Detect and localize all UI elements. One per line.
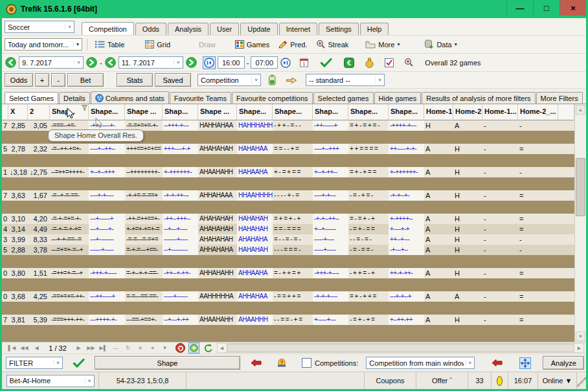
tab-columns-and-stats[interactable]: Columns and stats bbox=[91, 91, 169, 104]
arrow-right-green-icon[interactable] bbox=[185, 56, 198, 69]
game-row[interactable]: 73,631,67-=--+-=-==-----+-+-----+-+=-=-=… bbox=[2, 190, 574, 201]
coupons-button[interactable]: Coupons bbox=[365, 372, 416, 389]
bookmaker-select[interactable]: Bet-At-Home˅ bbox=[6, 375, 95, 387]
pointing-hand-icon[interactable] bbox=[285, 75, 298, 85]
prior-page-button[interactable]: ◀◀ bbox=[18, 345, 30, 351]
skip-end-blue-icon[interactable] bbox=[280, 57, 291, 69]
data-button[interactable]: Data▾ bbox=[421, 38, 460, 50]
column-header-cut[interactable] bbox=[2, 104, 8, 120]
column-header-shap-[interactable]: Shap... bbox=[163, 104, 198, 120]
arrow-left-green-icon[interactable] bbox=[5, 56, 17, 69]
next-page-button[interactable]: ▶▶ bbox=[85, 345, 97, 351]
column-header-shape-[interactable]: Shape... bbox=[273, 104, 313, 120]
euro-icon[interactable]: € bbox=[343, 57, 355, 69]
time-from-field[interactable]: 16:00 bbox=[218, 56, 245, 69]
period-select[interactable]: Today and tomorr... ▾ bbox=[5, 38, 82, 50]
horizontal-scrollbar[interactable]: ◀ ▶ bbox=[217, 343, 584, 353]
scroll-up-icon[interactable]: ▲ bbox=[576, 105, 585, 115]
game-row[interactable]: 1↓3,18↓2,75--=++=++++-+--+--+++--+++++++… bbox=[2, 167, 574, 177]
revert-red-icon[interactable] bbox=[175, 342, 186, 353]
tab-settings[interactable]: Settings bbox=[319, 23, 359, 35]
tab-favourite-competitions[interactable]: Favourite competitions bbox=[232, 92, 313, 104]
column-header-shap-[interactable]: Shap... bbox=[313, 104, 348, 120]
competitions-checkbox[interactable] bbox=[302, 358, 311, 368]
arrow-left-green-icon[interactable] bbox=[104, 56, 117, 69]
more-button[interactable]: More▾ bbox=[362, 39, 403, 50]
tab-competition[interactable]: Competition bbox=[82, 22, 134, 35]
column-header-shape-[interactable]: Shape... bbox=[237, 104, 273, 120]
saved-button[interactable]: Saved bbox=[155, 73, 191, 87]
refresh-record-button[interactable]: ↻ bbox=[122, 345, 134, 351]
game-row[interactable]: 52,782,32-=--++-+=+-----+--++--+++==+=+=… bbox=[2, 144, 574, 154]
resize-grip[interactable] bbox=[577, 372, 586, 389]
filter-funnel-button[interactable]: ▼ bbox=[159, 345, 171, 351]
tab-user[interactable]: User bbox=[210, 23, 239, 35]
column-header-shape-[interactable]: Shape... bbox=[89, 104, 125, 120]
game-row[interactable]: 03,801,51-=++=+-=--+-+++-+-----=-+--+-+-… bbox=[2, 268, 574, 278]
date-from-select[interactable]: 9. 7.2017˅ bbox=[19, 56, 84, 69]
tab-update[interactable]: Update bbox=[240, 23, 277, 35]
delete-button[interactable]: — bbox=[109, 345, 122, 351]
stats-button[interactable]: Stats bbox=[117, 73, 153, 87]
shape-filter-button[interactable]: Shape bbox=[95, 356, 240, 370]
offer-button[interactable]: Offer ˇ bbox=[416, 372, 468, 389]
scroll-down-icon[interactable]: ▼ bbox=[576, 331, 585, 341]
game-row[interactable]: 52,883,78---=+=+-=--+------+-----=-+-=--… bbox=[2, 245, 574, 255]
red-arrow-left-icon[interactable] bbox=[490, 358, 504, 368]
tab-analysis[interactable]: Analysis bbox=[168, 23, 209, 35]
game-row[interactable]: 43,144,49-=-+-=-+-+=---+-----+-+-+=+-+=+… bbox=[2, 224, 574, 234]
competition-view-select[interactable]: Competition˅ bbox=[198, 74, 261, 86]
bet-button[interactable]: Bet bbox=[67, 73, 104, 87]
column-header-home-1-[interactable]: Home-1... bbox=[482, 104, 518, 120]
close-button[interactable]: × bbox=[560, 0, 586, 16]
vertical-scrollbar-thumb[interactable] bbox=[576, 158, 585, 216]
skip-start-blue-icon[interactable] bbox=[203, 56, 216, 69]
checklist-icon[interactable] bbox=[384, 58, 394, 68]
column-header-home-1[interactable]: Home-1 bbox=[424, 104, 453, 120]
competitions-source-select[interactable]: Competition from main window˅ bbox=[366, 357, 475, 369]
help-bell-icon[interactable]: ? bbox=[276, 357, 288, 369]
refresh-green-icon[interactable] bbox=[202, 342, 213, 353]
games-button[interactable]: Games bbox=[232, 39, 273, 50]
plus-button[interactable]: + bbox=[35, 73, 49, 87]
horizontal-scrollbar-thumb[interactable] bbox=[227, 344, 574, 352]
column-header-x[interactable]: X bbox=[8, 104, 28, 120]
scroll-left-icon[interactable]: ◀ bbox=[218, 344, 226, 352]
filter-select[interactable]: FILTER˅ bbox=[6, 357, 63, 369]
streak-button[interactable]: Streak bbox=[313, 38, 352, 50]
column-header-shape-[interactable]: Shape ... bbox=[198, 104, 237, 120]
arrow-right-green-icon[interactable] bbox=[85, 56, 98, 69]
online-select[interactable]: Online ▼ bbox=[538, 372, 577, 389]
minimize-button[interactable]: — bbox=[506, 0, 533, 16]
tab-select-games[interactable]: Select Games bbox=[5, 92, 58, 104]
date-to-select[interactable]: 11. 7.2017˅ bbox=[119, 56, 183, 69]
sport-select[interactable]: Soccer ˅ bbox=[5, 21, 74, 33]
tab-favourite-teams[interactable]: Favourite Teams bbox=[170, 92, 231, 104]
game-row[interactable]: 03,104,20-=-+-=+=-+----+------+-++-=++==… bbox=[2, 214, 574, 224]
time-to-field[interactable]: 07:00 bbox=[251, 56, 278, 69]
calendar-icon[interactable]: 1 bbox=[299, 57, 309, 68]
add-green-icon[interactable] bbox=[188, 342, 199, 353]
predictions-button[interactable]: Pred. bbox=[275, 39, 310, 50]
tab-help[interactable]: Help bbox=[360, 23, 389, 35]
analyze-button[interactable]: Analyze bbox=[543, 356, 584, 370]
tab-odds[interactable]: Odds bbox=[135, 23, 166, 35]
move-cross-icon[interactable] bbox=[519, 357, 531, 369]
tab-details[interactable]: Details bbox=[59, 92, 90, 104]
column-filter-icon[interactable] bbox=[82, 105, 87, 113]
tab-more-filters[interactable]: More Filters bbox=[536, 92, 583, 104]
check-green-icon[interactable] bbox=[72, 357, 85, 368]
grid-button[interactable]: Grid bbox=[142, 39, 174, 50]
game-row[interactable]: 33,998,33---+-+-==--=---+---------=-=---… bbox=[2, 234, 574, 245]
column-header-2[interactable]: 2 bbox=[28, 104, 50, 120]
magnifier-plus-icon[interactable] bbox=[403, 57, 414, 68]
tab-internet[interactable]: Internet bbox=[279, 23, 317, 35]
scroll-right-icon[interactable]: ▶ bbox=[575, 344, 583, 352]
red-arrow-left-icon[interactable] bbox=[249, 358, 263, 368]
tab-results-of-analysis-of-more-filters[interactable]: Results of analysis of more filters bbox=[422, 92, 535, 104]
prior-record-button[interactable]: ◀ bbox=[30, 345, 43, 351]
tab-hide-games[interactable]: Hide games bbox=[374, 92, 422, 104]
insert-button[interactable]: ∗ bbox=[146, 345, 159, 351]
check-green-icon[interactable] bbox=[319, 57, 333, 68]
moneybag-icon[interactable] bbox=[364, 57, 375, 69]
